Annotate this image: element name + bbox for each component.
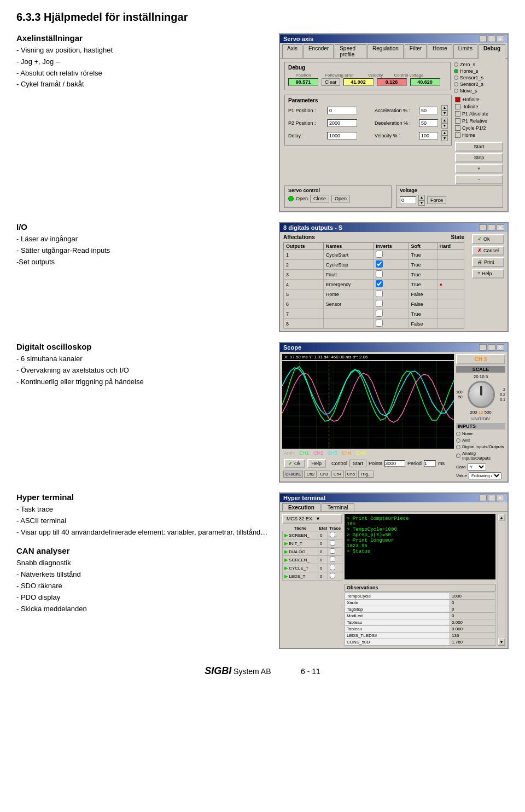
decel-down[interactable]: ▼ bbox=[441, 123, 448, 129]
p1-input[interactable] bbox=[327, 107, 357, 114]
cancel-button[interactable]: ✗ Cancel bbox=[472, 246, 504, 256]
scope-maximize-button[interactable]: □ bbox=[488, 344, 495, 351]
output-invert[interactable] bbox=[374, 280, 409, 289]
tab-filter[interactable]: Filter bbox=[405, 44, 427, 58]
obs-name: LEDS_TLEDS# bbox=[345, 633, 450, 639]
ch4-tab-button[interactable]: Ch4 bbox=[331, 471, 344, 478]
scale-dial[interactable] bbox=[468, 381, 495, 408]
home-check[interactable] bbox=[455, 132, 460, 138]
output-invert[interactable] bbox=[374, 289, 409, 299]
output-invert[interactable] bbox=[374, 299, 409, 309]
ms-label: ms bbox=[438, 461, 445, 466]
velocity-pct-input[interactable] bbox=[419, 132, 438, 140]
cycle-p12-check[interactable] bbox=[455, 125, 460, 131]
move-s-radio[interactable] bbox=[454, 89, 458, 93]
hyper-maximize-button[interactable]: □ bbox=[488, 495, 495, 501]
print-button[interactable]: 🖨 Print bbox=[472, 257, 504, 267]
ch2-tab-button[interactable]: Ch2 bbox=[304, 471, 317, 478]
plus-button[interactable]: + bbox=[455, 164, 503, 173]
clear-button[interactable]: Clear bbox=[322, 78, 340, 86]
scope-help-button[interactable]: Help bbox=[307, 459, 326, 468]
tab-terminal[interactable]: Terminal bbox=[322, 503, 354, 511]
minimize-button[interactable]: _ bbox=[479, 36, 487, 42]
points-input[interactable] bbox=[384, 460, 405, 467]
velocity-down[interactable]: ▼ bbox=[441, 136, 448, 141]
scope-ok-button[interactable]: ✓ Ok bbox=[284, 459, 305, 468]
ch2-label[interactable]: CH2 bbox=[313, 450, 324, 456]
sensor2-s-radio[interactable] bbox=[454, 82, 458, 86]
delay-input[interactable] bbox=[327, 132, 357, 140]
mcs-button[interactable]: MCS 32 EX ▼ bbox=[282, 514, 342, 524]
ch1-label[interactable]: CH1 bbox=[299, 450, 310, 456]
output-num: 5 bbox=[284, 289, 324, 299]
tab-home[interactable]: Home bbox=[428, 44, 452, 58]
p1-rel-check[interactable] bbox=[455, 118, 460, 124]
help-button[interactable]: ? Help bbox=[472, 269, 504, 279]
value-select[interactable]: Following error bbox=[469, 472, 501, 479]
tab-regulation[interactable]: Regulation bbox=[368, 44, 404, 58]
output-invert[interactable] bbox=[374, 319, 409, 329]
scroll-up-button[interactable]: ▲ bbox=[498, 514, 505, 521]
output-invert[interactable] bbox=[374, 250, 409, 260]
infinite-minus-check[interactable] bbox=[455, 104, 460, 109]
ch3-label[interactable]: CH3 bbox=[327, 450, 338, 456]
output-invert[interactable] bbox=[374, 260, 409, 270]
tab-limits[interactable]: Limits bbox=[453, 44, 477, 58]
scroll-down-button[interactable]: ▼ bbox=[498, 639, 505, 645]
io-minimize-button[interactable]: _ bbox=[479, 224, 487, 231]
home-s-radio[interactable] bbox=[454, 69, 458, 73]
accel-input[interactable] bbox=[419, 107, 438, 114]
hyper-minimize-button[interactable]: _ bbox=[479, 495, 487, 501]
output-hard bbox=[437, 319, 464, 329]
open-servo-button[interactable]: Open bbox=[331, 195, 350, 202]
trig-tab-button[interactable]: Trig... bbox=[358, 471, 374, 478]
tab-execution[interactable]: Execution bbox=[282, 503, 320, 511]
accel-up[interactable]: ▲ bbox=[441, 105, 448, 111]
decel-up[interactable]: ▲ bbox=[441, 118, 448, 123]
decel-input[interactable] bbox=[419, 119, 438, 127]
output-invert[interactable] bbox=[374, 270, 409, 280]
scrollbar[interactable]: ▲ ▼ bbox=[498, 514, 505, 646]
hyper-close-button[interactable]: × bbox=[497, 495, 504, 501]
analog-io-radio[interactable] bbox=[456, 454, 460, 458]
p2-input[interactable] bbox=[327, 119, 357, 127]
period-input[interactable] bbox=[424, 460, 436, 467]
digital-io-radio[interactable] bbox=[456, 445, 460, 449]
force-button[interactable]: Force bbox=[427, 196, 446, 204]
tab-encoder[interactable]: Encoder bbox=[304, 44, 334, 58]
start-button[interactable]: Start bbox=[455, 142, 503, 152]
none-radio[interactable] bbox=[456, 432, 460, 436]
scope-close-button[interactable]: × bbox=[497, 344, 504, 351]
tab-debug[interactable]: Debug bbox=[479, 44, 505, 59]
ch5-label[interactable]: CH5 bbox=[355, 450, 366, 456]
scope-minimize-button[interactable]: _ bbox=[479, 344, 487, 351]
scope-start-button[interactable]: Start bbox=[349, 460, 366, 467]
minus-button[interactable]: - bbox=[455, 175, 503, 184]
zero-s-radio[interactable] bbox=[454, 62, 458, 67]
stop-button[interactable]: Stop bbox=[455, 153, 503, 163]
accel-down[interactable]: ▼ bbox=[441, 111, 448, 116]
ch5-tab-button[interactable]: Ch5 bbox=[345, 471, 358, 478]
voltage-down[interactable]: ▼ bbox=[418, 200, 425, 206]
output-invert[interactable] bbox=[374, 309, 409, 319]
ch4-label[interactable]: CH4 bbox=[341, 450, 352, 456]
io-close-button[interactable]: × bbox=[497, 224, 504, 231]
axis-radio[interactable] bbox=[456, 438, 460, 443]
maximize-button[interactable]: □ bbox=[488, 36, 495, 42]
close-servo-button[interactable]: Close bbox=[310, 195, 329, 202]
tab-axis[interactable]: Axis bbox=[282, 44, 302, 58]
scale-02: 0.2 bbox=[500, 392, 505, 397]
close-button[interactable]: × bbox=[497, 36, 504, 42]
ch1-tab-button[interactable]: CH/Ch1 bbox=[283, 471, 303, 478]
card-select[interactable]: Y bbox=[467, 463, 486, 471]
io-maximize-button[interactable]: □ bbox=[488, 224, 495, 231]
tab-speed-profile[interactable]: Speed profile bbox=[335, 44, 366, 58]
voltage-up[interactable]: ▲ bbox=[418, 195, 425, 200]
infinite-plus-check[interactable] bbox=[455, 97, 460, 102]
velocity-up[interactable]: ▲ bbox=[441, 130, 448, 136]
ok-button[interactable]: ✓ Ok bbox=[472, 234, 504, 244]
ch3-tab-button[interactable]: Ch3 bbox=[318, 471, 330, 478]
p1-abs-check[interactable] bbox=[455, 111, 460, 117]
sensor1-s-radio[interactable] bbox=[454, 76, 458, 80]
voltage-input[interactable] bbox=[400, 196, 416, 204]
